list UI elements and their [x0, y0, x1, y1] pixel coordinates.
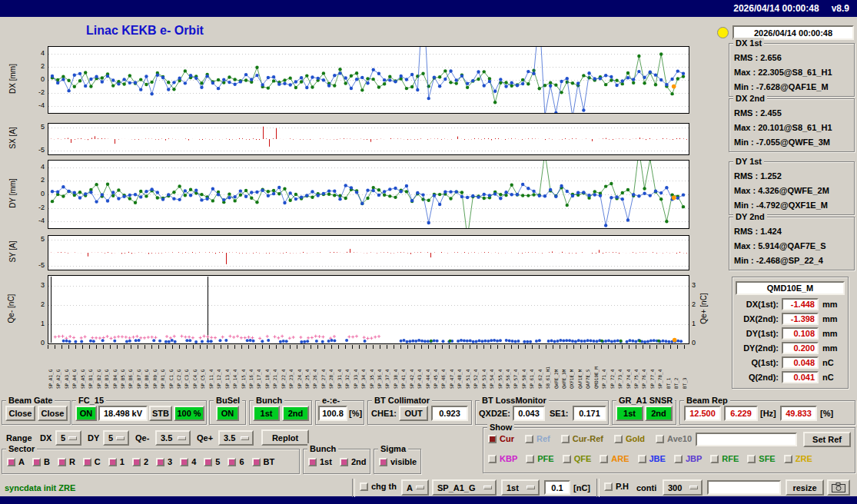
checkbox[interactable]: [638, 455, 646, 463]
station-label: SP_77_4: [649, 350, 656, 389]
fc15-stb-button[interactable]: STB: [149, 406, 172, 421]
bunch-checkbox-2nd[interactable]: 2nd: [340, 457, 367, 466]
checkbox[interactable]: [108, 458, 117, 466]
sector-checkbox-2[interactable]: 2: [132, 457, 148, 466]
checkbox[interactable]: [600, 455, 608, 463]
sector-checkbox-b[interactable]: B: [32, 457, 50, 466]
checkbox[interactable]: [32, 458, 41, 466]
checkbox[interactable]: [525, 435, 533, 443]
checkbox[interactable]: [604, 482, 613, 491]
checkbox[interactable]: [563, 455, 571, 463]
show-checkbox-cur-ref[interactable]: Cur-Ref: [561, 434, 603, 443]
station-label: SP_32_4: [344, 350, 350, 389]
busel-on-button[interactable]: ON: [216, 406, 239, 421]
bunch-checkbox-1st[interactable]: 1st: [308, 457, 332, 466]
sigma-checkbox-visible[interactable]: visible: [379, 457, 417, 466]
command-input[interactable]: [707, 480, 781, 495]
sector-checkbox-c[interactable]: C: [83, 457, 101, 466]
show-checkbox-sfe[interactable]: SFE: [747, 454, 775, 463]
ph-checkbox-item[interactable]: P.H: [604, 482, 629, 491]
sx-plot[interactable]: [48, 123, 689, 155]
range-qep-select[interactable]: 3.5: [218, 430, 254, 446]
sector-checkbox-a[interactable]: A: [7, 457, 25, 466]
rms-value: RMS : 1.252: [734, 169, 854, 184]
station-label: SP_14_4: [232, 350, 238, 389]
sector-checkbox-4[interactable]: 4: [180, 457, 196, 466]
bunch-2nd-button[interactable]: 2nd: [282, 406, 309, 421]
checkbox[interactable]: [561, 435, 570, 443]
sector-checkbox-bt[interactable]: BT: [252, 457, 275, 466]
beam-gate-close-2-button[interactable]: Close: [38, 406, 68, 421]
checkbox[interactable]: [784, 455, 792, 463]
checkbox[interactable]: [308, 458, 317, 466]
checkbox[interactable]: [180, 458, 188, 466]
sector-checkbox-3[interactable]: 3: [156, 457, 172, 466]
checkbox[interactable]: [656, 435, 664, 443]
range-qem-select[interactable]: 3.5: [155, 430, 191, 446]
checkbox[interactable]: [252, 458, 261, 466]
range-dy-select[interactable]: 5: [103, 430, 129, 446]
sector-select[interactable]: A: [401, 479, 429, 496]
show-checkbox-qfe[interactable]: QFE: [563, 454, 592, 463]
checkbox[interactable]: [710, 455, 719, 463]
sector-checkbox-r[interactable]: R: [58, 457, 75, 466]
checkbox[interactable]: [204, 458, 212, 466]
checkbox[interactable]: [132, 458, 141, 466]
checkbox[interactable]: [83, 458, 91, 466]
checkbox[interactable]: [379, 458, 387, 466]
fc15-on-button[interactable]: ON: [75, 406, 97, 421]
checkbox[interactable]: [488, 455, 497, 463]
sector-checkbox-1[interactable]: 1: [108, 457, 125, 466]
bunch-1st-button[interactable]: 1st: [253, 406, 280, 421]
sector-checkbox-6[interactable]: 6: [228, 457, 244, 466]
checkbox[interactable]: [58, 458, 66, 466]
dy-plot[interactable]: [48, 160, 689, 229]
show-checkbox-are[interactable]: ARE: [600, 454, 629, 463]
qmd-row-unit: nC: [822, 358, 834, 367]
show-checkbox-kbp[interactable]: KBP: [488, 454, 517, 463]
snapshot-button[interactable]: [827, 479, 850, 496]
checkbox[interactable]: [228, 458, 236, 466]
show-checkbox-ave10[interactable]: Ave10: [656, 434, 692, 443]
chg-th-checkbox-item[interactable]: chg th: [360, 482, 397, 491]
checkbox[interactable]: [526, 455, 534, 463]
interval-select[interactable]: 300: [663, 479, 703, 496]
ref-name-input[interactable]: [696, 433, 797, 446]
checkbox[interactable]: [156, 458, 164, 466]
checkbox-label: 2: [144, 457, 148, 466]
show-checkbox-zre[interactable]: ZRE: [784, 454, 812, 463]
sy-plot[interactable]: [48, 235, 689, 270]
checkbox[interactable]: [674, 455, 683, 463]
show-checkbox-gold[interactable]: Gold: [614, 434, 645, 443]
checkbox[interactable]: [488, 435, 497, 443]
gr-snsr-2nd-button[interactable]: 2nd: [645, 406, 673, 421]
checkbox[interactable]: [340, 458, 348, 466]
qmd-monitor-name[interactable]: QMD10E_M: [736, 281, 845, 295]
monitor-select[interactable]: SP_A1_G: [432, 479, 497, 496]
set-ref-button[interactable]: Set Ref: [803, 432, 851, 447]
checkbox[interactable]: [614, 435, 623, 443]
replot-button[interactable]: Replot: [261, 429, 309, 446]
sector-select-value: A: [407, 483, 413, 492]
resize-button[interactable]: resize: [786, 479, 824, 496]
che1-out-button[interactable]: OUT: [399, 406, 428, 421]
qe-plot[interactable]: [48, 275, 689, 344]
dx-plot[interactable]: [48, 46, 689, 114]
sector-checkbox-5[interactable]: 5: [204, 457, 220, 466]
gr-snsr-1st-button[interactable]: 1st: [616, 406, 643, 421]
show-checkbox-jbe[interactable]: JBE: [638, 454, 666, 463]
show-checkbox-jbp[interactable]: JBP: [674, 454, 702, 463]
gr-a1-snsr-group: GR_A1 SNSR 1st 2nd: [612, 400, 676, 425]
checkbox[interactable]: [7, 458, 15, 466]
show-checkbox-ref[interactable]: Ref: [525, 434, 550, 443]
range-dx-select[interactable]: 5: [55, 430, 81, 446]
threshold-field[interactable]: 0.1: [544, 480, 570, 495]
show-checkbox-pfe[interactable]: PFE: [526, 454, 553, 463]
checkbox[interactable]: [360, 482, 368, 491]
beam-gate-close-1-button[interactable]: Close: [5, 406, 35, 421]
qmd-row-unit: mm: [822, 300, 838, 309]
show-checkbox-cur[interactable]: Cur: [488, 434, 514, 443]
show-checkbox-rfe[interactable]: RFE: [710, 454, 739, 463]
bunch-select[interactable]: 1st: [501, 479, 540, 496]
checkbox[interactable]: [747, 455, 756, 463]
